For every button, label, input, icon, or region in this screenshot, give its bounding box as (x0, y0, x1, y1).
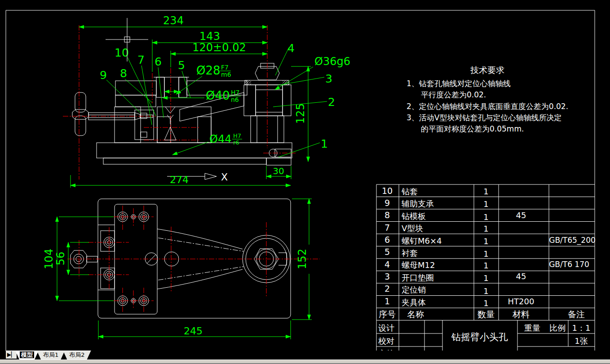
svg-text:GB/T65_200: GB/T65_200 (549, 236, 596, 245)
title-block-scale-label: 比例 (549, 323, 566, 333)
svg-text:1: 1 (483, 199, 488, 209)
svg-text:1: 1 (483, 212, 488, 222)
svg-text:开口垫圈: 开口垫圈 (402, 273, 434, 282)
drill-bushing (154, 77, 189, 97)
dim-dia28: Ø28 (196, 64, 221, 77)
svg-text:6: 6 (385, 235, 390, 245)
tech-req-line3: 2、定位心轴轴线对夹具底面垂直度公差为0.02. (407, 102, 568, 111)
title-block-check: 校对 (378, 336, 394, 346)
dim-dia40: Ø40 (206, 89, 230, 102)
title-block-scale-value: 1：1 (572, 323, 591, 333)
dim-56: 56 (54, 252, 67, 266)
dim-143: 143 (199, 30, 220, 43)
bom-row: 7 V型块 1 (385, 223, 489, 233)
svg-text:45: 45 (516, 272, 526, 281)
svg-text:45: 45 (516, 211, 526, 220)
svg-text:1: 1 (483, 298, 488, 308)
balloon-8: 8 (120, 67, 127, 80)
title-block-sheets: 1张 (575, 336, 588, 346)
dim-dia44: Ø44 (209, 133, 231, 145)
svg-text:4: 4 (385, 259, 390, 269)
tech-req-line4: 3、活动V型块对钻套孔与定位心轴轴线所决定 (407, 113, 561, 122)
balloon-7: 7 (137, 53, 145, 66)
svg-text:1: 1 (483, 273, 488, 283)
svg-text:定位销: 定位销 (402, 285, 426, 294)
balloon-5: 5 (178, 59, 185, 72)
svg-text:螺钉M6×4: 螺钉M6×4 (402, 236, 442, 246)
svg-text:1: 1 (483, 187, 488, 196)
bom-row: 6 螺钉M6×4 1 GB/T65_200 (385, 235, 596, 246)
tab-model[interactable]: 模型 (15, 351, 39, 360)
dim-152: 152 (296, 249, 309, 269)
svg-text:5: 5 (385, 247, 390, 257)
bom-row: 3 开口垫圈 1 45 (385, 272, 526, 283)
balloon-6: 6 (155, 55, 162, 68)
bom-row: 10 钻套 1 (382, 186, 489, 196)
bom-table: 10 钻套 1 9 辅助支承 1 8 钻模板 1 45 7 V型块 1 6 螺钉… (376, 184, 596, 351)
svg-text:r6: r6 (233, 139, 239, 146)
dim-dia36: Ø36g6 (314, 55, 350, 68)
svg-text:HT200: HT200 (508, 297, 535, 306)
tab-layout2[interactable]: 布局2 (63, 351, 91, 360)
sheet-border (6, 10, 595, 351)
bom-header-row: 序号 名称 数量 材料 备注 (379, 309, 585, 319)
dim-274: 274 (170, 174, 189, 185)
layout-tab-bar: ▶▏ 模型 布局1 布局2 (0, 351, 610, 360)
tab-nav-icon: ▶▏ (7, 351, 15, 358)
tech-req-line1: 1、钻套孔轴线对定位心轴轴线 (407, 79, 511, 88)
tab-layout2-label: 布局2 (69, 351, 84, 358)
svg-text:1: 1 (483, 224, 488, 233)
bom-row: 1 夹具体 1 HT200 (385, 296, 534, 308)
tech-req-line2: 平行度公差为0.02. (421, 90, 486, 99)
dim-120: 120±0.02 (192, 41, 246, 54)
bom-header-name: 名称 (407, 309, 424, 319)
balloon-4: 4 (287, 42, 295, 55)
bom-row: 9 辅助支承 1 (385, 198, 489, 209)
svg-text:1: 1 (483, 261, 488, 270)
dim-234: 234 (163, 14, 184, 27)
svg-text:V型块: V型块 (402, 224, 423, 233)
svg-text:10: 10 (382, 186, 393, 196)
balloon-3: 3 (325, 72, 332, 85)
bom-row: 2 定位销 1 (385, 284, 489, 296)
bom-header-notes: 备注 (568, 309, 585, 319)
dim-104: 104 (43, 249, 55, 269)
svg-text:H7: H7 (233, 132, 241, 139)
status-bar (0, 360, 610, 364)
svg-text:螺母M12: 螺母M12 (402, 260, 435, 270)
svg-text:7: 7 (385, 223, 390, 232)
dim-125: 125 (294, 103, 307, 124)
svg-text:3: 3 (385, 272, 390, 281)
bom-header-qty: 数量 (477, 309, 495, 319)
balloon-9: 9 (100, 69, 107, 82)
svg-text:8: 8 (385, 210, 390, 220)
svg-text:1: 1 (483, 286, 488, 296)
svg-text:H7: H7 (231, 89, 239, 96)
svg-text:n6: n6 (231, 96, 239, 103)
bom-row: 8 钻模板 1 45 (385, 210, 526, 222)
svg-text:1: 1 (483, 249, 488, 259)
centerlines-front (63, 25, 296, 180)
svg-text:钻模板: 钻模板 (401, 211, 426, 221)
svg-text:衬套: 衬套 (402, 248, 418, 258)
svg-text:1: 1 (483, 237, 488, 246)
tab-nav-button[interactable]: ▶▏ (5, 351, 17, 359)
svg-text:钻套: 钻套 (401, 187, 418, 196)
svg-text:F7: F7 (221, 64, 229, 71)
tab-layout1-label: 布局1 (43, 351, 58, 358)
bom-header-seq: 序号 (379, 309, 396, 319)
tech-req-title: 技术要求 (470, 65, 504, 75)
tab-layout1[interactable]: 布局1 (37, 351, 65, 360)
tech-req-line5: 的平面对称度公差为0.05mm. (421, 124, 524, 133)
cad-application-window: X 234 143 120±0.02 Ø28 F7 m6 Ø40 H7 n6 (0, 0, 610, 364)
balloon-2: 2 (328, 96, 335, 109)
ucs-icon: X (164, 115, 228, 183)
dimensions-front: 234 143 120±0.02 Ø28 F7 m6 Ø40 H7 n6 Ø44… (71, 14, 350, 188)
model-space-canvas[interactable]: X 234 143 120±0.02 Ø28 F7 m6 Ø40 H7 n6 (0, 0, 610, 351)
balloon-1: 1 (321, 137, 328, 150)
svg-text:9: 9 (385, 198, 390, 208)
bom-row: 4 螺母M12 1 GB/T6 170 (385, 259, 589, 270)
axis-x-label: X (221, 171, 228, 183)
bom-row: 5 衬套 1 (385, 247, 489, 259)
drawing-title: 钻摇臂小头孔 (451, 332, 508, 342)
